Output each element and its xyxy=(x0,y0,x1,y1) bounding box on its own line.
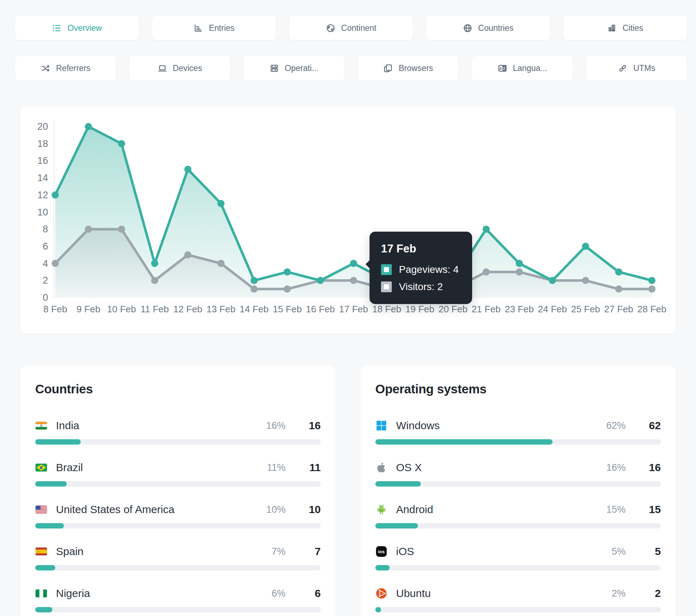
svg-text:0: 0 xyxy=(43,292,48,303)
tab-label: Langua... xyxy=(513,63,547,73)
globe-icon xyxy=(463,23,472,33)
stat-row-head: India16%16 xyxy=(35,418,321,433)
stat-row-nigeria[interactable]: Nigeria6%6 xyxy=(35,586,321,612)
svg-text:10: 10 xyxy=(37,207,48,218)
stat-count: 15 xyxy=(637,503,661,516)
stat-row-ubuntu[interactable]: Ubuntu2%2 xyxy=(375,586,661,612)
android-icon xyxy=(375,503,387,516)
stat-row-head: Spain7%7 xyxy=(35,544,321,559)
stat-percent: 15% xyxy=(606,504,626,515)
svg-text:2: 2 xyxy=(43,275,48,286)
stat-row-android[interactable]: Android15%15 xyxy=(375,502,661,529)
svg-text:16 Feb: 16 Feb xyxy=(306,304,335,314)
stat-label: India xyxy=(56,420,79,432)
apple-icon xyxy=(375,461,387,474)
stat-bar xyxy=(35,607,321,612)
translate-icon: AZ xyxy=(498,63,507,73)
tooltip-row-pageviews: Pageviews: 4 xyxy=(381,264,461,275)
svg-text:13 Feb: 13 Feb xyxy=(206,304,235,314)
tab-overview[interactable]: Overview xyxy=(15,16,139,40)
stat-percent: 7% xyxy=(272,546,286,557)
stat-bar-fill xyxy=(35,439,81,445)
svg-text:15 Feb: 15 Feb xyxy=(273,304,302,314)
stat-row-head: iosiOS5%5 xyxy=(375,544,661,559)
stat-percent: 6% xyxy=(272,588,286,599)
tab-label: UTMs xyxy=(633,63,655,73)
stat-bar xyxy=(35,523,321,529)
laptop-icon xyxy=(157,63,167,73)
tab-countries[interactable]: Countries xyxy=(426,16,550,40)
tab-operati[interactable]: Operati... xyxy=(244,56,344,81)
tabs-row-secondary: ReferrersDevicesOperati...BrowsersAZLang… xyxy=(15,56,687,81)
tooltip-date: 17 Feb xyxy=(381,242,461,255)
tab-referrers[interactable]: Referrers xyxy=(15,56,116,81)
tab-label: Cities xyxy=(622,23,643,33)
stat-bar-fill xyxy=(35,481,67,487)
stat-bar xyxy=(35,439,321,445)
tab-browsers[interactable]: Browsers xyxy=(358,56,458,81)
pageviews-swatch-icon xyxy=(381,264,392,275)
svg-text:17 Feb: 17 Feb xyxy=(339,304,368,314)
stat-row-united-states-of-america[interactable]: United States of America10%10 xyxy=(35,502,321,529)
shuffle-icon xyxy=(41,63,50,73)
server-icon xyxy=(269,63,279,73)
chart-card: 024681012141618208 Feb9 Feb10 Feb11 Feb1… xyxy=(20,106,676,334)
stat-row-head: Android15%15 xyxy=(375,502,661,517)
svg-text:20 Feb: 20 Feb xyxy=(438,304,467,314)
stat-label: Brazil xyxy=(56,461,83,474)
svg-text:12: 12 xyxy=(37,190,48,200)
svg-text:4: 4 xyxy=(43,258,48,269)
chart-tooltip: 17 Feb Pageviews: 4Visitors: 2 xyxy=(370,232,472,304)
list-icon xyxy=(52,23,62,33)
tab-cities[interactable]: Cities xyxy=(563,16,687,40)
svg-text:28 Feb: 28 Feb xyxy=(638,304,667,314)
panel-title: Countries xyxy=(35,382,321,396)
tooltip-row-visitors: Visitors: 2 xyxy=(381,281,461,293)
stat-bar xyxy=(375,565,661,570)
windows-icon xyxy=(375,420,387,432)
stat-bar-fill xyxy=(375,565,390,570)
tooltip-value: Visitors: 2 xyxy=(399,281,443,293)
stat-bar-fill xyxy=(35,565,55,570)
tabs-row-primary: OverviewEntriesContinentCountriesCities xyxy=(15,16,687,40)
stat-row-india[interactable]: India16%16 xyxy=(35,418,321,445)
stat-row-head: Nigeria6%6 xyxy=(35,586,321,601)
svg-text:24 Feb: 24 Feb xyxy=(538,304,567,314)
svg-text:ios: ios xyxy=(378,549,385,554)
stat-bar xyxy=(375,607,661,612)
stat-label: Windows xyxy=(396,420,440,432)
stat-row-brazil[interactable]: Brazil11%11 xyxy=(35,460,321,487)
analytics-dashboard: { "colors": { "accent": "#2aa89b", "page… xyxy=(0,0,696,616)
stat-row-spain[interactable]: Spain7%7 xyxy=(35,544,321,570)
stat-count: 7 xyxy=(297,545,321,558)
stat-row-ios[interactable]: iosiOS5%5 xyxy=(375,544,661,570)
entries-icon xyxy=(193,23,203,33)
browser-icon xyxy=(383,63,393,73)
continent-icon xyxy=(326,23,335,33)
flag-brazil-icon xyxy=(35,461,47,474)
traffic-line-chart[interactable]: 024681012141618208 Feb9 Feb10 Feb11 Feb1… xyxy=(20,106,676,334)
svg-text:20: 20 xyxy=(37,121,48,132)
stat-label: Nigeria xyxy=(56,587,90,600)
tab-continent[interactable]: Continent xyxy=(289,16,413,40)
svg-text:9 Feb: 9 Feb xyxy=(76,304,100,314)
flag-nigeria-icon xyxy=(35,587,47,600)
tab-langua[interactable]: AZLangua... xyxy=(472,56,573,81)
stat-label: Ubuntu xyxy=(396,587,431,600)
stat-percent: 62% xyxy=(606,420,626,431)
stat-row-windows[interactable]: Windows62%62 xyxy=(375,418,661,445)
tab-utms[interactable]: UTMs xyxy=(586,56,687,81)
tab-devices[interactable]: Devices xyxy=(129,56,230,81)
stat-percent: 16% xyxy=(266,420,286,431)
svg-text:21 Feb: 21 Feb xyxy=(472,304,501,314)
svg-text:11 Feb: 11 Feb xyxy=(141,304,169,314)
stat-row-os-x[interactable]: OS X16%16 xyxy=(375,460,661,487)
tab-entries[interactable]: Entries xyxy=(152,16,276,40)
stat-row-head: Ubuntu2%2 xyxy=(375,586,661,601)
svg-text:18 Feb: 18 Feb xyxy=(372,304,401,314)
stat-count: 16 xyxy=(637,461,661,474)
stat-count: 10 xyxy=(297,503,321,516)
stat-percent: 16% xyxy=(606,462,626,473)
tab-label: Referrers xyxy=(56,63,90,73)
stat-percent: 5% xyxy=(612,546,626,557)
